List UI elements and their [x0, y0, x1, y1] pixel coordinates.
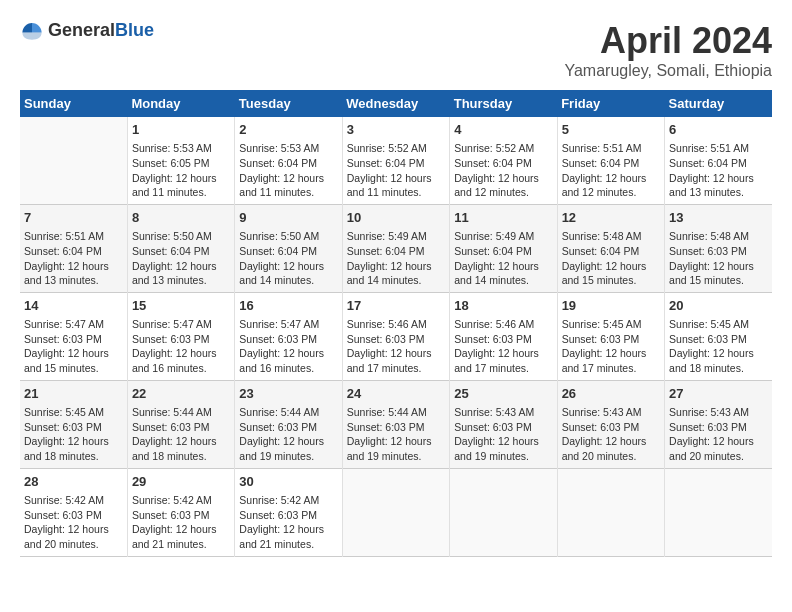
week-row-2: 7Sunrise: 5:51 AMSunset: 6:04 PMDaylight…: [20, 204, 772, 292]
day-cell: 6Sunrise: 5:51 AMSunset: 6:04 PMDaylight…: [665, 117, 772, 204]
day-cell: [557, 468, 664, 556]
day-number: 22: [132, 385, 230, 403]
day-cell: 7Sunrise: 5:51 AMSunset: 6:04 PMDaylight…: [20, 204, 127, 292]
day-cell: 2Sunrise: 5:53 AMSunset: 6:04 PMDaylight…: [235, 117, 342, 204]
day-number: 7: [24, 209, 123, 227]
day-number: 10: [347, 209, 445, 227]
day-cell: 17Sunrise: 5:46 AMSunset: 6:03 PMDayligh…: [342, 292, 449, 380]
day-number: 15: [132, 297, 230, 315]
day-cell: 20Sunrise: 5:45 AMSunset: 6:03 PMDayligh…: [665, 292, 772, 380]
day-number: 25: [454, 385, 552, 403]
header: GeneralBlue April 2024 Yamarugley, Somal…: [20, 20, 772, 80]
day-cell: 29Sunrise: 5:42 AMSunset: 6:03 PMDayligh…: [127, 468, 234, 556]
day-cell: 30Sunrise: 5:42 AMSunset: 6:03 PMDayligh…: [235, 468, 342, 556]
day-number: 3: [347, 121, 445, 139]
day-cell: 1Sunrise: 5:53 AMSunset: 6:05 PMDaylight…: [127, 117, 234, 204]
day-cell: 28Sunrise: 5:42 AMSunset: 6:03 PMDayligh…: [20, 468, 127, 556]
day-number: 30: [239, 473, 337, 491]
day-number: 8: [132, 209, 230, 227]
title-section: April 2024 Yamarugley, Somali, Ethiopia: [564, 20, 772, 80]
day-cell: 14Sunrise: 5:47 AMSunset: 6:03 PMDayligh…: [20, 292, 127, 380]
day-number: 23: [239, 385, 337, 403]
day-cell: 26Sunrise: 5:43 AMSunset: 6:03 PMDayligh…: [557, 380, 664, 468]
column-header-wednesday: Wednesday: [342, 90, 449, 117]
day-number: 18: [454, 297, 552, 315]
subtitle: Yamarugley, Somali, Ethiopia: [564, 62, 772, 80]
day-cell: 16Sunrise: 5:47 AMSunset: 6:03 PMDayligh…: [235, 292, 342, 380]
logo: GeneralBlue: [20, 20, 154, 41]
day-cell: 3Sunrise: 5:52 AMSunset: 6:04 PMDaylight…: [342, 117, 449, 204]
column-header-thursday: Thursday: [450, 90, 557, 117]
day-number: 12: [562, 209, 660, 227]
day-number: 9: [239, 209, 337, 227]
day-cell: 21Sunrise: 5:45 AMSunset: 6:03 PMDayligh…: [20, 380, 127, 468]
header-row: SundayMondayTuesdayWednesdayThursdayFrid…: [20, 90, 772, 117]
day-cell: 19Sunrise: 5:45 AMSunset: 6:03 PMDayligh…: [557, 292, 664, 380]
day-number: 27: [669, 385, 768, 403]
day-number: 19: [562, 297, 660, 315]
column-header-monday: Monday: [127, 90, 234, 117]
logo-blue: Blue: [115, 20, 154, 40]
calendar-table: SundayMondayTuesdayWednesdayThursdayFrid…: [20, 90, 772, 557]
logo-general: General: [48, 20, 115, 40]
day-number: 28: [24, 473, 123, 491]
day-cell: 18Sunrise: 5:46 AMSunset: 6:03 PMDayligh…: [450, 292, 557, 380]
week-row-3: 14Sunrise: 5:47 AMSunset: 6:03 PMDayligh…: [20, 292, 772, 380]
day-cell: 5Sunrise: 5:51 AMSunset: 6:04 PMDaylight…: [557, 117, 664, 204]
day-number: 5: [562, 121, 660, 139]
day-cell: [20, 117, 127, 204]
day-cell: 25Sunrise: 5:43 AMSunset: 6:03 PMDayligh…: [450, 380, 557, 468]
day-number: 4: [454, 121, 552, 139]
column-header-friday: Friday: [557, 90, 664, 117]
day-number: 24: [347, 385, 445, 403]
day-cell: 15Sunrise: 5:47 AMSunset: 6:03 PMDayligh…: [127, 292, 234, 380]
day-cell: 27Sunrise: 5:43 AMSunset: 6:03 PMDayligh…: [665, 380, 772, 468]
day-cell: 8Sunrise: 5:50 AMSunset: 6:04 PMDaylight…: [127, 204, 234, 292]
day-number: 20: [669, 297, 768, 315]
day-number: 21: [24, 385, 123, 403]
logo-text: GeneralBlue: [48, 20, 154, 41]
main-title: April 2024: [564, 20, 772, 62]
day-cell: [450, 468, 557, 556]
day-number: 2: [239, 121, 337, 139]
day-cell: 10Sunrise: 5:49 AMSunset: 6:04 PMDayligh…: [342, 204, 449, 292]
day-cell: 13Sunrise: 5:48 AMSunset: 6:03 PMDayligh…: [665, 204, 772, 292]
day-cell: [665, 468, 772, 556]
day-number: 16: [239, 297, 337, 315]
day-number: 13: [669, 209, 768, 227]
day-cell: 24Sunrise: 5:44 AMSunset: 6:03 PMDayligh…: [342, 380, 449, 468]
day-number: 14: [24, 297, 123, 315]
day-cell: [342, 468, 449, 556]
day-cell: 4Sunrise: 5:52 AMSunset: 6:04 PMDaylight…: [450, 117, 557, 204]
column-header-tuesday: Tuesday: [235, 90, 342, 117]
day-number: 1: [132, 121, 230, 139]
logo-icon: [20, 21, 44, 41]
day-number: 26: [562, 385, 660, 403]
day-cell: 11Sunrise: 5:49 AMSunset: 6:04 PMDayligh…: [450, 204, 557, 292]
day-number: 17: [347, 297, 445, 315]
day-cell: 23Sunrise: 5:44 AMSunset: 6:03 PMDayligh…: [235, 380, 342, 468]
day-number: 11: [454, 209, 552, 227]
week-row-1: 1Sunrise: 5:53 AMSunset: 6:05 PMDaylight…: [20, 117, 772, 204]
day-number: 29: [132, 473, 230, 491]
column-header-saturday: Saturday: [665, 90, 772, 117]
day-cell: 9Sunrise: 5:50 AMSunset: 6:04 PMDaylight…: [235, 204, 342, 292]
day-cell: 12Sunrise: 5:48 AMSunset: 6:04 PMDayligh…: [557, 204, 664, 292]
week-row-5: 28Sunrise: 5:42 AMSunset: 6:03 PMDayligh…: [20, 468, 772, 556]
column-header-sunday: Sunday: [20, 90, 127, 117]
day-cell: 22Sunrise: 5:44 AMSunset: 6:03 PMDayligh…: [127, 380, 234, 468]
day-number: 6: [669, 121, 768, 139]
week-row-4: 21Sunrise: 5:45 AMSunset: 6:03 PMDayligh…: [20, 380, 772, 468]
